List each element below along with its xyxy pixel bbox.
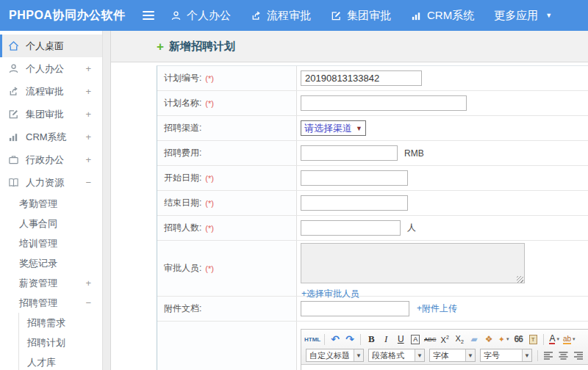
collapse-icon[interactable]: − — [85, 297, 91, 308]
sidebar-item-attendance-mgmt[interactable]: 考勤管理 — [0, 194, 102, 214]
attachment-link[interactable]: +附件上传 — [417, 302, 457, 315]
recruit-channel-select[interactable]: 请选择渠道▼ — [301, 120, 366, 136]
sidebar-item-recruit-demand[interactable]: 招聘需求 — [18, 313, 102, 333]
editor-font-family-combo[interactable]: 字体▼ — [429, 349, 476, 362]
editor-paragraph-combo[interactable]: 段落格式▼ — [368, 349, 425, 362]
editor-subscript-button[interactable]: X2 — [453, 333, 466, 347]
sidebar-item-label: 考勤管理 — [19, 197, 57, 211]
topnav-label: 更多应用 — [494, 9, 538, 23]
required-mark: (*) — [205, 264, 214, 273]
field-value-cell — [297, 166, 588, 190]
topbar-nav: 个人办公流程审批集团审批CRM系统更多应用▼ — [171, 9, 552, 23]
menu-toggle-icon[interactable] — [143, 11, 154, 20]
field-label: 附件文档: — [164, 302, 201, 315]
recruit-fee-input[interactable] — [301, 145, 398, 161]
editor-justifycenter-button[interactable] — [556, 349, 570, 363]
collapse-icon[interactable]: − — [85, 177, 91, 188]
app-body: 个人桌面个人办公+流程审批+集团审批+CRM系统+行政办公+人力资源−考勤管理人… — [0, 31, 588, 370]
chevron-down-icon: ▼ — [545, 12, 552, 19]
editor-justifyleft-button[interactable] — [542, 349, 555, 363]
sidebar-item-label: 流程审批 — [26, 85, 64, 98]
user-icon — [8, 63, 19, 74]
form-row-plan-number: 计划编号:(*) — [157, 66, 588, 91]
topnav-label: 集团审批 — [347, 9, 391, 23]
sidebar-item-label: 个人桌面 — [26, 40, 64, 53]
editor-toolbar-row1: HTML↶↷BIUAABCX2X2▰❖✦▾66TA▾ab▾ — [304, 331, 588, 347]
sidebar-item-rewards-records[interactable]: 奖惩记录 — [0, 253, 102, 273]
share-icon — [8, 86, 19, 97]
expand-icon[interactable]: + — [85, 131, 91, 142]
sidebar-item-personal-office[interactable]: 个人办公+ — [0, 57, 102, 80]
sidebar-item-label: 行政办公 — [26, 153, 64, 167]
approvers-textarea[interactable] — [301, 243, 525, 283]
sidebar-item-talent-pool[interactable]: 人才库 — [18, 352, 102, 370]
sidebar-item-workflow-approval[interactable]: 流程审批+ — [0, 80, 102, 103]
headcount-input[interactable] — [301, 220, 401, 236]
expand-icon[interactable]: + — [85, 154, 91, 165]
editor-blockquote-button[interactable]: 66 — [512, 333, 525, 347]
topnav-label: 流程审批 — [267, 9, 311, 23]
required-mark: (*) — [205, 174, 214, 183]
topnav-item-workflow-approval[interactable]: 流程审批 — [251, 9, 311, 23]
expand-icon[interactable]: + — [85, 278, 91, 289]
expand-icon[interactable]: + — [85, 86, 91, 97]
form-row-end-date: 结束日期:(*) — [157, 191, 588, 216]
attachment-input[interactable] — [301, 301, 409, 316]
editor-forecolor-button[interactable]: A▾ — [548, 333, 561, 347]
topnav-item-crm-system[interactable]: CRM系统 — [411, 9, 474, 23]
editor-content-area[interactable] — [301, 365, 588, 370]
editor-pasteplain-button[interactable]: T — [526, 333, 539, 347]
editor-custom-style-combo[interactable]: 自定义标题▼ — [306, 349, 364, 362]
editor-bold-button[interactable]: B — [365, 333, 378, 347]
editor-superscript-button[interactable]: X2 — [438, 333, 451, 347]
sidebar-item-personal-desktop[interactable]: 个人桌面 — [0, 35, 102, 57]
sidebar-item-salary-mgmt[interactable]: 薪资管理+ — [0, 273, 102, 293]
editor-italic-button[interactable]: I — [379, 333, 392, 347]
start-date-input[interactable] — [301, 170, 408, 186]
editor-toolbar: HTML↶↷BIUAABCX2X2▰❖✦▾66TA▾ab▾ 自定义标题▼段落格式… — [301, 330, 588, 365]
sidebar-item-human-resources[interactable]: 人力资源− — [0, 171, 102, 194]
editor-strikethrough-button[interactable]: ABC — [423, 333, 437, 347]
editor-backcolor-button[interactable]: ab▾ — [562, 333, 576, 347]
editor-underline-button[interactable]: U — [394, 333, 407, 347]
sidebar-item-group-approval[interactable]: 集团审批+ — [0, 103, 102, 126]
combo-caret-icon: ▼ — [415, 349, 424, 361]
expand-icon[interactable]: + — [85, 63, 91, 74]
combo-caret-icon: ▼ — [465, 349, 475, 361]
editor-autotypeset-button[interactable]: A — [409, 333, 422, 347]
field-value-cell: HTML↶↷BIUAABCX2X2▰❖✦▾66TA▾ab▾ 自定义标题▼段落格式… — [297, 322, 588, 370]
topnav-item-personal-office[interactable]: 个人办公 — [171, 9, 231, 23]
plan-number-input[interactable] — [301, 70, 422, 86]
edit-icon — [331, 10, 342, 21]
editor-removeformat-button[interactable]: ❖ — [482, 333, 495, 347]
editor-font-size-combo[interactable]: 字号▼ — [480, 349, 532, 362]
topnav-item-group-approval[interactable]: 集团审批 — [331, 9, 391, 23]
editor-source-button[interactable]: HTML — [304, 333, 320, 347]
edit-icon — [8, 109, 19, 120]
plan-name-input[interactable] — [301, 95, 467, 111]
select-caret-icon: ▼ — [356, 125, 362, 132]
combo-caret-icon: ▼ — [354, 349, 363, 361]
field-label: 结束日期: — [164, 197, 201, 209]
field-label-cell: 结束日期:(*) — [157, 191, 297, 215]
sidebar-item-recruitment-mgmt[interactable]: 招聘管理− — [0, 293, 102, 313]
form-row-plan-name: 计划名称:(*) — [157, 91, 588, 116]
sidebar-item-hr-contract[interactable]: 人事合同 — [0, 214, 102, 233]
end-date-input[interactable] — [301, 195, 408, 211]
editor-eraser-button[interactable]: ▰ — [467, 333, 481, 347]
sidebar-item-training-mgmt[interactable]: 培训管理 — [0, 233, 102, 253]
field-value-cell: 人 — [297, 216, 588, 240]
user-icon — [171, 10, 182, 21]
expand-icon[interactable]: + — [85, 109, 91, 120]
editor-formatmatch-button[interactable]: ✦▾ — [497, 333, 510, 347]
sidebar-item-recruit-plan[interactable]: 招聘计划 — [18, 333, 102, 352]
sidebar-item-crm-system[interactable]: CRM系统+ — [0, 126, 102, 148]
editor-undo-button[interactable]: ↶ — [329, 333, 342, 347]
editor-redo-button[interactable]: ↷ — [343, 333, 356, 347]
topnav-label: 个人办公 — [187, 9, 231, 23]
editor-justifyright-button[interactable] — [571, 349, 584, 363]
field-value-cell — [297, 66, 588, 90]
sidebar-item-admin-office[interactable]: 行政办公+ — [0, 148, 102, 171]
toolbar-separator — [543, 334, 544, 345]
topnav-item-more-apps[interactable]: 更多应用▼ — [494, 9, 552, 23]
